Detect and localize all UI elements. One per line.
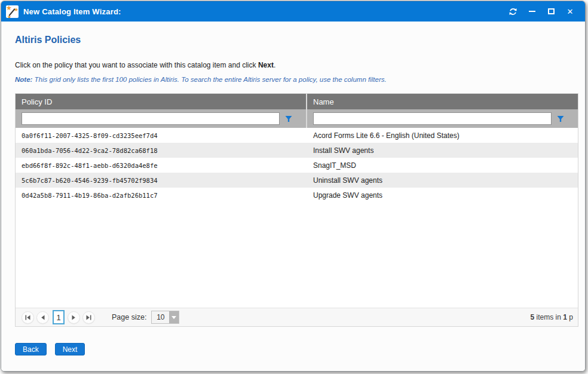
policy-id-cell: 0d42a5b8-7911-4b19-86ba-d2afb26b11c7 <box>16 192 306 199</box>
page-size-value: 10 <box>152 311 169 323</box>
instruction-next-emphasis: Next <box>258 61 274 69</box>
policy-row[interactable]: 060a1bda-7056-4d22-9ca2-78d82ca68f18 Ins… <box>16 143 578 158</box>
page-size-dropdown-arrow[interactable] <box>169 311 179 323</box>
grid-header: Policy ID Name <box>16 94 578 109</box>
policy-name-cell: Acord Forms Lite 6.6 - English (United S… <box>306 131 578 140</box>
page-size-dropdown[interactable]: 10 <box>151 311 179 324</box>
policies-grid: Policy ID Name <box>15 93 578 327</box>
last-page-icon <box>86 315 91 320</box>
close-icon: ✕ <box>567 8 574 16</box>
wizard-content: Altiris Policies Click on the policy tha… <box>1 22 585 371</box>
policy-id-cell: 060a1bda-7056-4d22-9ca2-78d82ca68f18 <box>16 147 306 154</box>
page-size-label: Page size: <box>112 313 146 321</box>
refresh-button[interactable] <box>504 4 522 19</box>
last-page-button[interactable] <box>82 311 95 324</box>
wizard-footer: Back Next <box>15 343 578 355</box>
back-button[interactable]: Back <box>15 343 47 355</box>
previous-page-button[interactable] <box>36 311 49 324</box>
instruction-text: Click on the policy that you want to ass… <box>15 61 578 69</box>
funnel-icon <box>285 115 292 122</box>
column-header-policy-id[interactable]: Policy ID <box>16 94 306 109</box>
column-header-name[interactable]: Name <box>306 94 578 109</box>
policy-name-cell: SnagIT_MSD <box>306 161 578 170</box>
policy-row[interactable]: 5c6b7c87-b620-4546-9239-fb45702f9834 Uni… <box>16 173 578 188</box>
grid-pager: 1 Page size: 10 <box>16 308 578 326</box>
wizard-app-icon: ★ ★ ★ <box>6 5 19 18</box>
current-page-indicator: 1 <box>53 310 65 324</box>
chevron-down-icon <box>172 316 176 319</box>
policy-id-filter-input[interactable] <box>22 112 280 125</box>
grid-rows: 0a0f6f11-2007-4325-8f09-cd3235eef7d4 Aco… <box>16 128 578 308</box>
title-bar: ★ ★ ★ New Catalog Item Wizard: ✕ <box>1 1 585 22</box>
policy-id-filter-button[interactable] <box>280 112 298 126</box>
policy-name-cell: Uninstall SWV agents <box>306 176 578 185</box>
policy-row[interactable]: 0d42a5b8-7911-4b19-86ba-d2afb26b11c7 Upg… <box>16 188 578 203</box>
minimize-icon <box>529 11 535 12</box>
next-button[interactable]: Next <box>55 343 85 355</box>
policy-name-cell: Upgrade SWV agents <box>306 191 578 200</box>
policy-row[interactable]: 0a0f6f11-2007-4325-8f09-cd3235eef7d4 Aco… <box>16 128 578 143</box>
next-page-button[interactable] <box>68 311 80 324</box>
name-filter-button[interactable] <box>552 112 569 126</box>
window-title: New Catalog Item Wizard: <box>23 7 121 16</box>
first-page-icon <box>25 315 30 320</box>
maximize-button[interactable] <box>542 4 560 19</box>
wizard-window: ★ ★ ★ New Catalog Item Wizard: ✕ Altiris… <box>1 1 586 372</box>
policy-row[interactable]: ebd66f8f-892c-48f1-aebb-d6320da4e8fe Sna… <box>16 158 578 173</box>
close-button[interactable]: ✕ <box>561 4 579 19</box>
items-count-text: 5 items in 1 p <box>531 313 573 321</box>
note-label: Note: <box>15 76 32 83</box>
minimize-button[interactable] <box>523 4 541 19</box>
policy-id-cell: 5c6b7c87-b620-4546-9239-fb45702f9834 <box>16 177 306 184</box>
page-title: Altiris Policies <box>15 35 578 45</box>
first-page-button[interactable] <box>22 311 34 324</box>
note-text: Note: This grid only lists the first 100… <box>15 76 578 83</box>
grid-filter-row <box>16 109 578 128</box>
policy-id-cell: ebd66f8f-892c-48f1-aebb-d6320da4e8fe <box>16 162 306 169</box>
previous-page-icon <box>41 315 45 320</box>
refresh-icon <box>509 7 517 16</box>
next-page-icon <box>72 315 76 320</box>
policy-name-cell: Install SWV agents <box>306 146 578 155</box>
policy-id-cell: 0a0f6f11-2007-4325-8f09-cd3235eef7d4 <box>16 132 306 139</box>
funnel-icon <box>557 115 564 122</box>
name-filter-input[interactable] <box>313 112 552 125</box>
maximize-icon <box>548 8 555 14</box>
